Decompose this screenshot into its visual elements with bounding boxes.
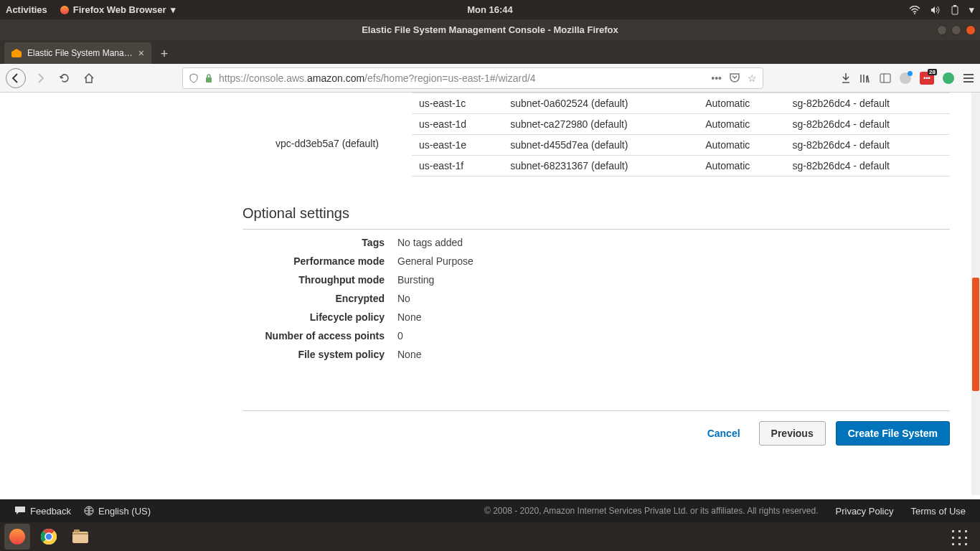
page-content: vpc-dd3eb5a7 (default) us-east-1c subnet… <box>0 93 980 495</box>
setting-throughput-mode: Throughput modeBursting <box>242 274 950 286</box>
terms-of-use-link[interactable]: Terms of Use <box>910 506 966 517</box>
svg-point-0 <box>914 13 915 14</box>
back-button[interactable] <box>6 68 26 88</box>
copyright-text: © 2008 - 2020, Amazon Internet Services … <box>484 506 819 516</box>
whatsnew-icon[interactable] <box>900 72 911 84</box>
setting-access-points: Number of access points0 <box>242 330 950 342</box>
globe-icon <box>84 506 94 516</box>
ubuntu-top-bar: Activities Firefox Web Browser ▾ Mon 16:… <box>0 0 980 19</box>
battery-icon[interactable] <box>951 5 959 15</box>
cancel-button[interactable]: Cancel <box>699 422 749 445</box>
nav-toolbar: https://console.aws.amazon.com/efs/home?… <box>0 64 980 93</box>
activities-button[interactable]: Activities <box>6 4 47 15</box>
scrollbar-thumb[interactable] <box>972 278 979 391</box>
window-close-button[interactable] <box>966 25 976 35</box>
shield-icon <box>189 73 199 83</box>
new-tab-button[interactable]: + <box>154 44 174 64</box>
privacy-policy-link[interactable]: Privacy Policy <box>836 506 894 517</box>
mount-targets-table: vpc-dd3eb5a7 (default) us-east-1c subnet… <box>242 93 950 176</box>
window-maximize-button[interactable] <box>951 25 961 35</box>
tab-strip: Elastic File System Mana… × + <box>0 40 980 64</box>
window-title: Elastic File System Management Console -… <box>362 24 618 35</box>
dock-files[interactable] <box>67 524 93 550</box>
setting-lifecycle-policy: Lifecycle policyNone <box>242 311 950 323</box>
downloads-icon[interactable] <box>841 72 851 84</box>
lock-icon <box>204 73 213 83</box>
scrollbar[interactable] <box>971 93 980 495</box>
wizard-footer: Cancel Previous Create File System <box>242 410 950 456</box>
svg-rect-1 <box>952 6 958 14</box>
setting-performance-mode: Performance modeGeneral Purpose <box>242 255 950 267</box>
dock-chrome[interactable] <box>36 524 62 550</box>
setting-tags: TagsNo tags added <box>242 237 950 248</box>
table-row: vpc-dd3eb5a7 (default) us-east-1c subnet… <box>242 93 950 114</box>
aws-favicon-icon <box>11 49 22 57</box>
vpc-cell: vpc-dd3eb5a7 (default) <box>242 93 412 176</box>
create-file-system-button[interactable]: Create File System <box>836 421 950 446</box>
svg-rect-15 <box>74 529 80 532</box>
window-titlebar: Elastic File System Management Console -… <box>0 19 980 40</box>
ubuntu-dock <box>0 522 980 551</box>
bookmark-star-icon[interactable]: ☆ <box>748 72 757 84</box>
svg-rect-3 <box>206 77 212 83</box>
pocket-icon[interactable] <box>729 72 740 83</box>
url-bar[interactable]: https://console.aws.amazon.com/efs/home?… <box>182 67 763 89</box>
app-menu[interactable]: Firefox Web Browser ▾ <box>60 4 176 15</box>
url-text: https://console.aws.amazon.com/efs/home?… <box>219 72 536 84</box>
chevron-down-icon: ▾ <box>171 4 176 15</box>
dock-firefox[interactable] <box>4 524 30 550</box>
page-actions-icon[interactable]: ••• <box>711 72 722 84</box>
library-icon[interactable] <box>859 72 871 84</box>
clock[interactable]: Mon 16:44 <box>467 4 513 15</box>
optional-settings-heading: Optional settings <box>242 205 950 230</box>
svg-rect-2 <box>953 5 956 6</box>
reload-button[interactable] <box>55 68 75 88</box>
sidebar-icon[interactable] <box>880 72 891 84</box>
wifi-icon[interactable] <box>909 6 920 14</box>
setting-file-system-policy: File system policyNone <box>242 349 950 360</box>
svg-rect-14 <box>72 533 88 534</box>
dock-show-applications[interactable] <box>948 527 969 547</box>
extension-green-icon[interactable] <box>943 72 954 84</box>
feedback-link[interactable]: Feedback <box>14 506 71 517</box>
browser-tab[interactable]: Elastic File System Mana… × <box>4 42 151 64</box>
tab-close-icon[interactable]: × <box>138 47 144 59</box>
hamburger-menu-icon[interactable] <box>963 73 974 83</box>
window-minimize-button[interactable] <box>937 25 947 35</box>
volume-icon[interactable] <box>930 6 941 14</box>
extension-badge-icon[interactable]: ••• <box>920 72 934 85</box>
firefox-icon <box>60 6 69 14</box>
setting-encrypted: EncryptedNo <box>242 293 950 304</box>
speech-bubble-icon <box>14 506 26 516</box>
previous-button[interactable]: Previous <box>759 421 826 446</box>
language-selector[interactable]: English (US) <box>84 506 151 517</box>
chevron-down-icon[interactable]: ▾ <box>969 4 974 15</box>
aws-footer: Feedback English (US) © 2008 - 2020, Ama… <box>0 499 980 522</box>
tab-title: Elastic File System Mana… <box>27 48 133 58</box>
home-button[interactable] <box>79 68 99 88</box>
svg-rect-4 <box>880 74 890 83</box>
forward-button[interactable] <box>30 68 50 88</box>
